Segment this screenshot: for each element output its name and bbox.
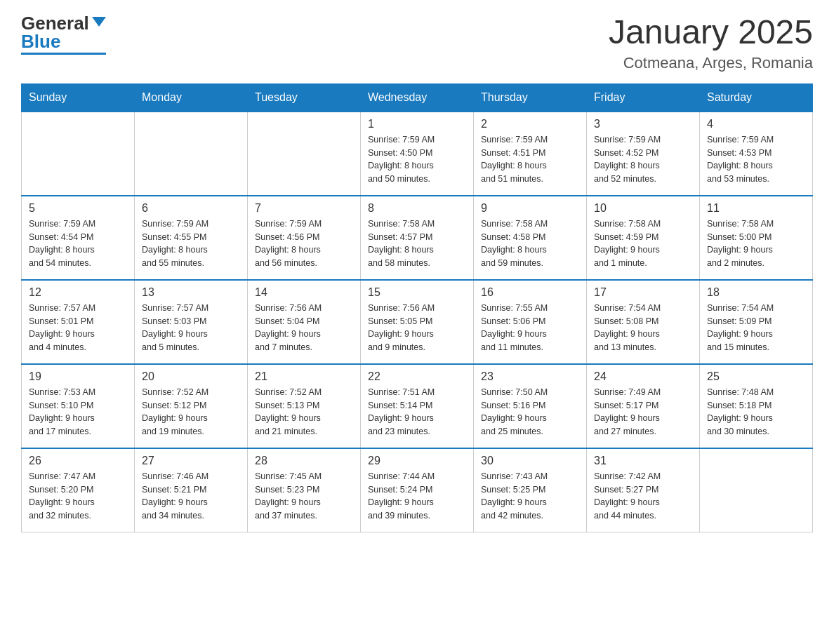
calendar-cell: 2Sunrise: 7:59 AM Sunset: 4:51 PM Daylig… [474, 112, 587, 196]
day-header-saturday: Saturday [700, 83, 813, 112]
day-header-monday: Monday [135, 83, 248, 112]
day-number: 11 [707, 202, 805, 215]
day-number: 1 [368, 118, 466, 130]
day-header-thursday: Thursday [474, 83, 587, 112]
day-info: Sunrise: 7:46 AM Sunset: 5:21 PM Dayligh… [142, 470, 240, 523]
day-info: Sunrise: 7:42 AM Sunset: 5:27 PM Dayligh… [594, 470, 692, 523]
day-number: 5 [29, 202, 127, 215]
day-number: 14 [255, 286, 353, 299]
day-number: 15 [368, 286, 466, 299]
calendar-cell: 26Sunrise: 7:47 AM Sunset: 5:20 PM Dayli… [22, 448, 135, 532]
day-number: 8 [368, 202, 466, 215]
day-number: 20 [142, 370, 240, 383]
day-info: Sunrise: 7:58 AM Sunset: 4:57 PM Dayligh… [368, 217, 466, 270]
calendar-cell: 27Sunrise: 7:46 AM Sunset: 5:21 PM Dayli… [135, 448, 248, 532]
day-number: 10 [594, 202, 692, 215]
day-number: 16 [481, 286, 579, 299]
day-info: Sunrise: 7:55 AM Sunset: 5:06 PM Dayligh… [481, 302, 579, 354]
day-number: 31 [594, 455, 692, 467]
calendar-cell [22, 112, 135, 196]
day-header-tuesday: Tuesday [248, 83, 361, 112]
logo-triangle-icon [92, 17, 106, 27]
calendar-cell [700, 448, 813, 532]
calendar-cell [135, 112, 248, 196]
day-number: 19 [29, 370, 127, 383]
day-number: 13 [142, 286, 240, 299]
day-info: Sunrise: 7:58 AM Sunset: 5:00 PM Dayligh… [707, 217, 805, 270]
day-info: Sunrise: 7:49 AM Sunset: 5:17 PM Dayligh… [594, 386, 692, 438]
calendar-cell: 8Sunrise: 7:58 AM Sunset: 4:57 PM Daylig… [361, 196, 474, 280]
day-header-wednesday: Wednesday [361, 83, 474, 112]
day-info: Sunrise: 7:57 AM Sunset: 5:01 PM Dayligh… [29, 302, 127, 354]
day-number: 22 [368, 370, 466, 383]
day-number: 17 [594, 286, 692, 299]
calendar-cell: 11Sunrise: 7:58 AM Sunset: 5:00 PM Dayli… [700, 196, 813, 280]
day-number: 26 [29, 455, 127, 467]
day-number: 3 [594, 118, 692, 130]
calendar-cell: 28Sunrise: 7:45 AM Sunset: 5:23 PM Dayli… [248, 448, 361, 532]
calendar-cell: 17Sunrise: 7:54 AM Sunset: 5:08 PM Dayli… [587, 280, 700, 364]
day-info: Sunrise: 7:47 AM Sunset: 5:20 PM Dayligh… [29, 470, 127, 523]
day-info: Sunrise: 7:59 AM Sunset: 4:53 PM Dayligh… [707, 133, 805, 186]
day-header-sunday: Sunday [22, 83, 135, 112]
calendar-cell: 31Sunrise: 7:42 AM Sunset: 5:27 PM Dayli… [587, 448, 700, 532]
day-info: Sunrise: 7:43 AM Sunset: 5:25 PM Dayligh… [481, 470, 579, 523]
day-number: 27 [142, 455, 240, 467]
calendar-cell: 19Sunrise: 7:53 AM Sunset: 5:10 PM Dayli… [22, 364, 135, 448]
calendar-cell: 10Sunrise: 7:58 AM Sunset: 4:59 PM Dayli… [587, 196, 700, 280]
day-number: 9 [481, 202, 579, 215]
calendar-cell: 3Sunrise: 7:59 AM Sunset: 4:52 PM Daylig… [587, 112, 700, 196]
day-info: Sunrise: 7:54 AM Sunset: 5:08 PM Dayligh… [594, 302, 692, 354]
day-number: 12 [29, 286, 127, 299]
calendar-week-row: 19Sunrise: 7:53 AM Sunset: 5:10 PM Dayli… [22, 364, 813, 448]
logo-blue-text: Blue [21, 32, 60, 51]
calendar-cell: 30Sunrise: 7:43 AM Sunset: 5:25 PM Dayli… [474, 448, 587, 532]
calendar-week-row: 1Sunrise: 7:59 AM Sunset: 4:50 PM Daylig… [22, 112, 813, 196]
header: General Blue January 2025 Cotmeana, Arge… [21, 14, 813, 72]
calendar-week-row: 26Sunrise: 7:47 AM Sunset: 5:20 PM Dayli… [22, 448, 813, 532]
day-info: Sunrise: 7:51 AM Sunset: 5:14 PM Dayligh… [368, 386, 466, 438]
calendar-cell: 9Sunrise: 7:58 AM Sunset: 4:58 PM Daylig… [474, 196, 587, 280]
calendar-header-row: SundayMondayTuesdayWednesdayThursdayFrid… [22, 83, 813, 112]
calendar-week-row: 5Sunrise: 7:59 AM Sunset: 4:54 PM Daylig… [22, 196, 813, 280]
calendar-cell: 12Sunrise: 7:57 AM Sunset: 5:01 PM Dayli… [22, 280, 135, 364]
day-info: Sunrise: 7:52 AM Sunset: 5:13 PM Dayligh… [255, 386, 353, 438]
day-info: Sunrise: 7:58 AM Sunset: 4:59 PM Dayligh… [594, 217, 692, 270]
calendar-cell: 24Sunrise: 7:49 AM Sunset: 5:17 PM Dayli… [587, 364, 700, 448]
day-info: Sunrise: 7:58 AM Sunset: 4:58 PM Dayligh… [481, 217, 579, 270]
calendar-cell: 15Sunrise: 7:56 AM Sunset: 5:05 PM Dayli… [361, 280, 474, 364]
logo-general-text: General [21, 14, 89, 32]
day-info: Sunrise: 7:56 AM Sunset: 5:04 PM Dayligh… [255, 302, 353, 354]
calendar-table: SundayMondayTuesdayWednesdayThursdayFrid… [21, 83, 813, 533]
calendar-cell: 23Sunrise: 7:50 AM Sunset: 5:16 PM Dayli… [474, 364, 587, 448]
calendar-week-row: 12Sunrise: 7:57 AM Sunset: 5:01 PM Dayli… [22, 280, 813, 364]
day-info: Sunrise: 7:50 AM Sunset: 5:16 PM Dayligh… [481, 386, 579, 438]
day-info: Sunrise: 7:59 AM Sunset: 4:54 PM Dayligh… [29, 217, 127, 270]
calendar-cell: 22Sunrise: 7:51 AM Sunset: 5:14 PM Dayli… [361, 364, 474, 448]
day-number: 24 [594, 370, 692, 383]
calendar-cell [248, 112, 361, 196]
day-info: Sunrise: 7:48 AM Sunset: 5:18 PM Dayligh… [707, 386, 805, 438]
day-number: 25 [707, 370, 805, 383]
calendar-cell: 16Sunrise: 7:55 AM Sunset: 5:06 PM Dayli… [474, 280, 587, 364]
day-number: 7 [255, 202, 353, 215]
day-info: Sunrise: 7:59 AM Sunset: 4:56 PM Dayligh… [255, 217, 353, 270]
day-number: 21 [255, 370, 353, 383]
calendar-cell: 6Sunrise: 7:59 AM Sunset: 4:55 PM Daylig… [135, 196, 248, 280]
day-number: 18 [707, 286, 805, 299]
day-number: 23 [481, 370, 579, 383]
day-info: Sunrise: 7:59 AM Sunset: 4:50 PM Dayligh… [368, 133, 466, 186]
calendar-cell: 4Sunrise: 7:59 AM Sunset: 4:53 PM Daylig… [700, 112, 813, 196]
day-number: 2 [481, 118, 579, 130]
day-number: 4 [707, 118, 805, 130]
day-info: Sunrise: 7:52 AM Sunset: 5:12 PM Dayligh… [142, 386, 240, 438]
day-info: Sunrise: 7:59 AM Sunset: 4:52 PM Dayligh… [594, 133, 692, 186]
calendar-cell: 18Sunrise: 7:54 AM Sunset: 5:09 PM Dayli… [700, 280, 813, 364]
logo-underline [21, 53, 106, 55]
day-info: Sunrise: 7:56 AM Sunset: 5:05 PM Dayligh… [368, 302, 466, 354]
logo: General Blue [21, 14, 106, 55]
day-info: Sunrise: 7:57 AM Sunset: 5:03 PM Dayligh… [142, 302, 240, 354]
day-header-friday: Friday [587, 83, 700, 112]
calendar-cell: 13Sunrise: 7:57 AM Sunset: 5:03 PM Dayli… [135, 280, 248, 364]
calendar-cell: 21Sunrise: 7:52 AM Sunset: 5:13 PM Dayli… [248, 364, 361, 448]
